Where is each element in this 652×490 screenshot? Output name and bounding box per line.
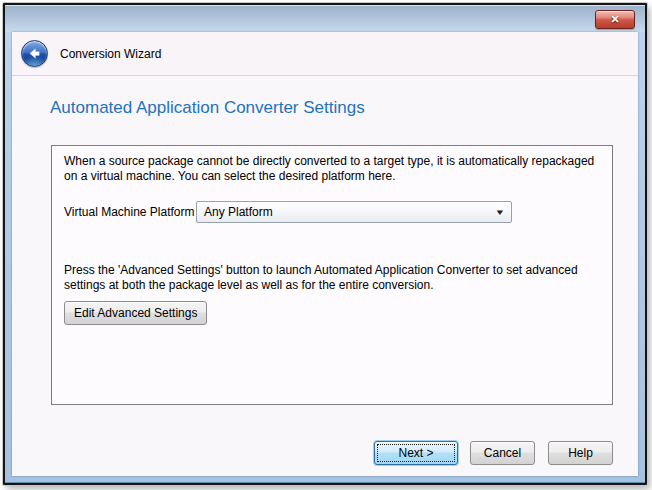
back-button[interactable] xyxy=(21,40,48,67)
platform-row: Virtual Machine Platform Any Platform ▼ xyxy=(64,201,600,223)
settings-groupbox: When a source package cannot be directly… xyxy=(51,145,613,405)
intro-text: When a source package cannot be directly… xyxy=(64,154,600,184)
client-area: Conversion Wizard Automated Application … xyxy=(12,32,638,476)
page-title: Automated Application Converter Settings xyxy=(50,98,365,118)
wizard-title: Conversion Wizard xyxy=(60,47,161,61)
chevron-down-icon: ▼ xyxy=(495,208,506,217)
platform-label: Virtual Machine Platform xyxy=(64,205,196,219)
wizard-header: Conversion Wizard xyxy=(12,32,638,76)
back-arrow-icon xyxy=(27,46,42,61)
cancel-button[interactable]: Cancel xyxy=(470,441,535,465)
edit-advanced-settings-button[interactable]: Edit Advanced Settings xyxy=(64,301,207,325)
advanced-help-text: Press the 'Advanced Settings' button to … xyxy=(64,263,600,293)
help-button[interactable]: Help xyxy=(548,441,613,465)
wizard-window: ✕ Conversion Wizard Automated Applicatio… xyxy=(3,3,647,485)
next-button[interactable]: Next > xyxy=(374,441,458,465)
platform-selected-value: Any Platform xyxy=(204,205,273,219)
title-bar: ✕ xyxy=(5,5,645,32)
platform-dropdown[interactable]: Any Platform ▼ xyxy=(196,201,512,223)
close-button[interactable]: ✕ xyxy=(595,10,635,29)
